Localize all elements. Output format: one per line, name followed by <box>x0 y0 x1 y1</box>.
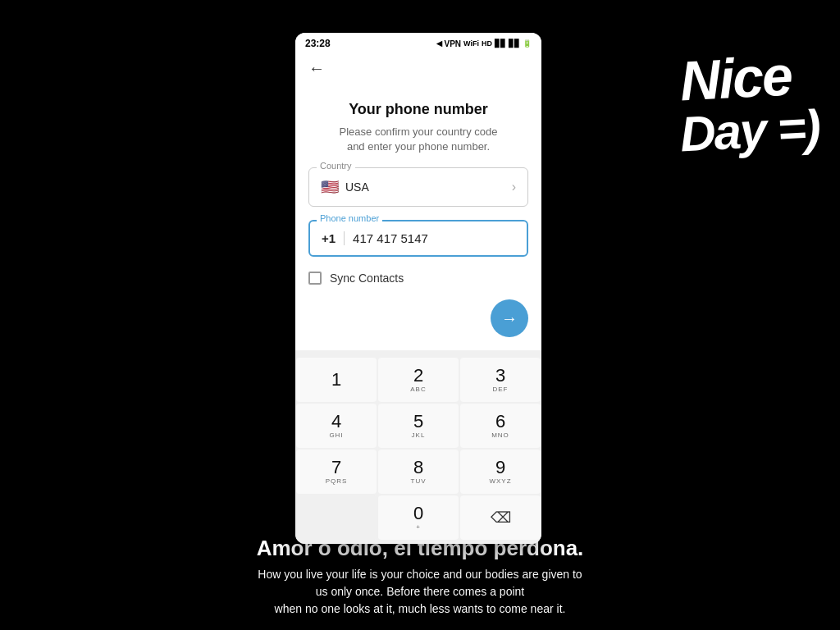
sync-contacts-row[interactable]: Sync Contacts <box>308 268 528 288</box>
key-digit: 3 <box>495 367 505 385</box>
numpad-key-1[interactable]: 1 <box>296 358 377 402</box>
numpad-key-8[interactable]: 8TUV <box>378 450 459 494</box>
key-digit: 5 <box>413 413 423 431</box>
numpad-key-5[interactable]: 5JKL <box>378 404 459 448</box>
key-letters: WXYZ <box>489 477 511 485</box>
key-digit: 0 <box>413 504 423 523</box>
key-letters: PQRS <box>326 477 348 485</box>
phone-number-field[interactable]: Phone number +1 417 417 5147 <box>308 220 528 257</box>
page-title: Your phone number <box>308 101 528 118</box>
app-content: ← Your phone number Please confirm your … <box>295 52 541 337</box>
numpad-key-0[interactable]: 0+ <box>378 495 459 540</box>
key-digit: 2 <box>413 367 423 385</box>
key-letters: MNO <box>491 431 509 439</box>
phone-country-code: +1 <box>322 231 345 245</box>
country-flag: 🇺🇸 <box>321 178 339 196</box>
key-digit: 8 <box>413 459 423 477</box>
numpad-row: 0+⌫ <box>295 495 541 541</box>
numpad-key-6[interactable]: 6MNO <box>460 404 541 448</box>
numpad: 12ABC3DEF4GHI5JKL6MNO7PQRS8TUV9WXYZ0+⌫ <box>295 350 541 544</box>
key-letters: GHI <box>329 431 343 439</box>
next-button[interactable]: → <box>491 299 528 337</box>
bottom-subtitle: How you live your life is your choice an… <box>66 566 774 618</box>
next-arrow-icon: → <box>501 309 518 328</box>
key-digit: 9 <box>495 459 505 477</box>
country-field[interactable]: 🇺🇸 USA › <box>308 167 528 207</box>
status-time: 23:28 <box>305 38 331 49</box>
key-letters: TUV <box>411 477 427 485</box>
phone-mockup: 23:28 ◀ VPN WiFi HD ▊▊ ▊▊ 🔋 ← Your phone… <box>295 33 541 544</box>
numpad-key-4[interactable]: 4GHI <box>296 404 377 448</box>
numpad-key-3[interactable]: 3DEF <box>460 358 541 402</box>
key-letters: + <box>416 523 421 531</box>
nice-day-line2: Day =) <box>679 99 821 163</box>
numpad-row: 4GHI5JKL6MNO <box>295 403 541 449</box>
key-digit: 6 <box>495 413 505 431</box>
key-digit: 1 <box>331 371 341 389</box>
numpad-row: 7PQRS8TUV9WXYZ <box>295 449 541 495</box>
country-label: Country <box>317 161 355 171</box>
numpad-delete-key[interactable]: ⌫ <box>460 495 541 540</box>
key-digit: 4 <box>331 413 341 431</box>
numpad-key-7[interactable]: 7PQRS <box>296 450 377 494</box>
key-letters: DEF <box>493 386 509 393</box>
status-bar: 23:28 ◀ VPN WiFi HD ▊▊ ▊▊ 🔋 <box>295 33 541 52</box>
key-letters: JKL <box>412 431 426 439</box>
chevron-right-icon: › <box>512 180 516 194</box>
back-icon: ← <box>308 59 325 77</box>
page-subtitle: Please confirm your country code and ent… <box>308 125 528 154</box>
phone-number-value: 417 417 5147 <box>353 231 515 245</box>
key-letters: ABC <box>410 386 426 393</box>
phone-input-display[interactable]: +1 417 417 5147 <box>308 220 528 257</box>
nice-day-text: Nice Day =) <box>680 45 819 159</box>
phone-label: Phone number <box>317 213 382 223</box>
key-digit: 7 <box>331 459 341 477</box>
delete-icon: ⌫ <box>491 510 511 525</box>
country-name: USA <box>345 180 369 194</box>
next-button-row: → <box>308 299 528 337</box>
sync-contacts-checkbox[interactable] <box>308 272 322 285</box>
nice-day-line1: Nice <box>678 42 821 113</box>
status-icons: ◀ VPN WiFi HD ▊▊ ▊▊ 🔋 <box>436 39 532 48</box>
numpad-row: 12ABC3DEF <box>295 357 541 403</box>
numpad-key-9[interactable]: 9WXYZ <box>460 450 541 494</box>
numpad-empty-key <box>296 495 377 540</box>
sync-contacts-label: Sync Contacts <box>330 272 404 285</box>
back-button[interactable]: ← <box>308 52 528 84</box>
numpad-key-2[interactable]: 2ABC <box>378 358 459 402</box>
country-selector[interactable]: Country 🇺🇸 USA › <box>308 167 528 207</box>
title-section: Your phone number Please confirm your co… <box>308 84 528 167</box>
